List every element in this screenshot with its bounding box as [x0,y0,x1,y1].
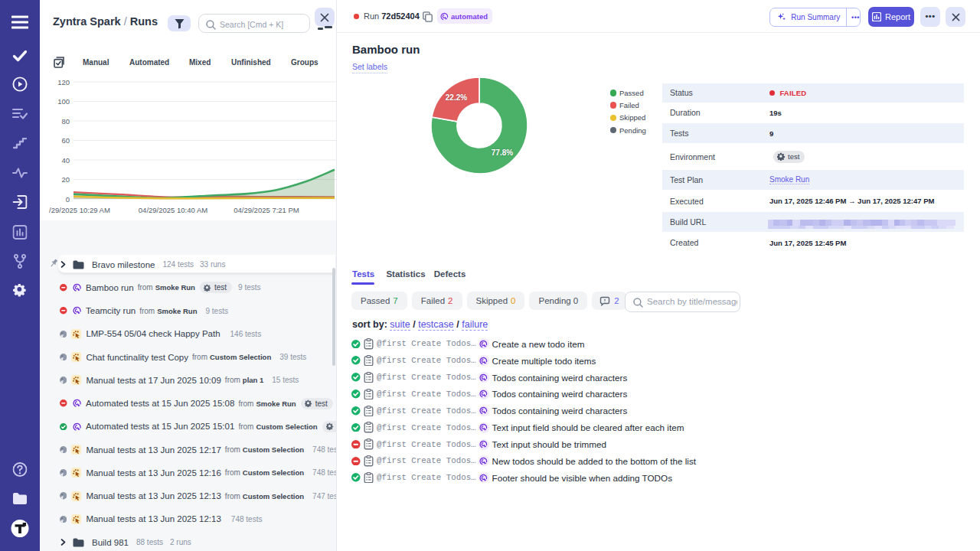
svg-text:04/29/2025 10:40 AM: 04/29/2025 10:40 AM [139,206,207,214]
svg-text:120: 120 [57,78,70,86]
svg-text:22.2%: 22.2% [446,93,467,102]
svg-text:80: 80 [61,117,70,126]
svg-text:100: 100 [57,97,70,106]
svg-text:/29/2025 10:29 AM: /29/2025 10:29 AM [49,206,110,214]
svg-text:20: 20 [61,175,70,184]
svg-text:60: 60 [61,136,70,145]
svg-text:40: 40 [61,156,70,165]
svg-text:0: 0 [66,195,70,204]
svg-text:04/29/2025 7:21 PM: 04/29/2025 7:21 PM [234,206,299,214]
svg-text:77.8%: 77.8% [492,148,513,157]
